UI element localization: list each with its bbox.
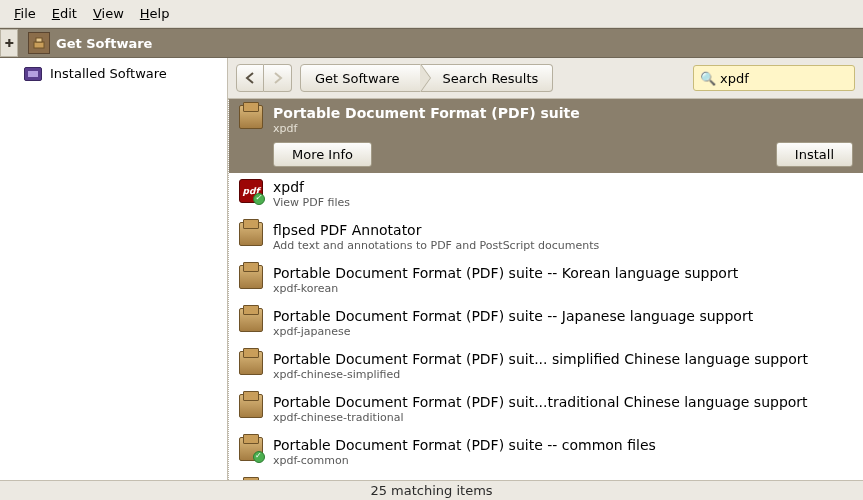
package-icon <box>239 394 263 418</box>
menubar: FileEditViewHelp <box>0 0 863 28</box>
sidebar-item-installed-software[interactable]: Installed Software <box>0 62 227 85</box>
menu-view[interactable]: View <box>85 3 132 24</box>
result-desc: xpdf-common <box>273 454 853 467</box>
package-icon <box>239 105 263 129</box>
package-icon <box>239 437 263 461</box>
result-title: xpdf <box>273 179 853 195</box>
more-info-button[interactable]: More Info <box>273 142 372 167</box>
svg-rect-1 <box>36 38 42 42</box>
result-title: Portable Document Format (PDF) suit... s… <box>273 351 853 367</box>
result-desc: xpdf-chinese-traditional <box>273 411 853 424</box>
list-item[interactable]: flpsed PDF AnnotatorAdd text and annotat… <box>229 216 863 259</box>
search-icon: 🔍 <box>700 71 716 86</box>
pdf-icon: pdf <box>239 179 263 203</box>
list-item[interactable]: Portable Document Format (PDF) suite -- … <box>229 431 863 474</box>
menu-edit[interactable]: Edit <box>44 3 85 24</box>
list-item[interactable]: Portable Document Format (PDF) suite -- … <box>229 259 863 302</box>
svg-rect-0 <box>34 42 44 48</box>
topbar: ✚ Get Software <box>0 28 863 58</box>
result-desc: xpdf-chinese-simplified <box>273 368 853 381</box>
toolbar: Get Software Search Results 🔍 <box>228 58 863 98</box>
result-desc: Add text and annotations to PDF and Post… <box>273 239 853 252</box>
package-icon <box>239 308 263 332</box>
install-button[interactable]: Install <box>776 142 853 167</box>
results-list[interactable]: Portable Document Format (PDF) suite xpd… <box>228 98 863 480</box>
monitor-icon <box>24 67 42 81</box>
result-title: Portable Document Format (PDF) suite <box>273 105 853 121</box>
list-item[interactable]: Portable Document Format (PDF) suit...tr… <box>229 388 863 431</box>
result-desc: View PDF files <box>273 196 853 209</box>
search-box[interactable]: 🔍 <box>693 65 855 91</box>
result-title: Portable Document Format (PDF) suit...tr… <box>273 394 853 410</box>
breadcrumb-get-software[interactable]: Get Software <box>300 64 421 92</box>
result-title: Portable Document Format (PDF) suite -- … <box>273 265 853 281</box>
expand-sidebar-button[interactable]: ✚ <box>0 29 18 57</box>
forward-button[interactable] <box>264 64 292 92</box>
back-button[interactable] <box>236 64 264 92</box>
result-desc: xpdf <box>273 122 853 135</box>
result-title: Portable Document Format (PDF) suite -- … <box>273 437 853 453</box>
package-icon <box>239 265 263 289</box>
menu-file[interactable]: File <box>6 3 44 24</box>
package-icon <box>239 351 263 375</box>
sidebar: Installed Software <box>0 58 228 480</box>
selected-result[interactable]: Portable Document Format (PDF) suite xpd… <box>229 99 863 173</box>
menu-help[interactable]: Help <box>132 3 178 24</box>
list-item[interactable]: Portable Document Format (PDF) suite -- … <box>229 302 863 345</box>
result-desc: xpdf-korean <box>273 282 853 295</box>
get-software-icon <box>28 32 50 54</box>
topbar-title: Get Software <box>56 36 152 51</box>
result-desc: xpdf-japanese <box>273 325 853 338</box>
package-icon <box>239 222 263 246</box>
list-item[interactable]: Portable Document Format (PDF) suit... s… <box>229 345 863 388</box>
status-text: 25 matching items <box>370 483 492 498</box>
result-title: flpsed PDF Annotator <box>273 222 853 238</box>
sidebar-item-label: Installed Software <box>50 66 167 81</box>
installed-badge-icon <box>253 451 265 463</box>
breadcrumb: Get Software Search Results <box>300 64 553 92</box>
statusbar: 25 matching items <box>0 480 863 500</box>
list-item[interactable]: pdfxpdfView PDF files <box>229 173 863 216</box>
result-title: Portable Document Format (PDF) suite -- … <box>273 308 853 324</box>
search-input[interactable] <box>720 71 863 86</box>
installed-badge-icon <box>253 193 265 205</box>
breadcrumb-search-results[interactable]: Search Results <box>421 64 554 92</box>
